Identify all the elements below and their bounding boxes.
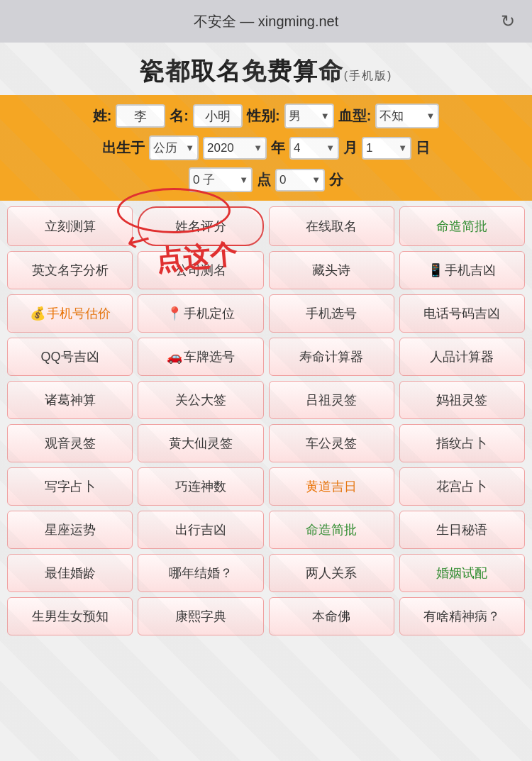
calendar-select[interactable]: 公历 ▼: [149, 135, 199, 160]
btn-phone-price[interactable]: 💰手机号估价: [7, 294, 133, 333]
minute-select[interactable]: 0 ▼: [275, 169, 325, 191]
btn-phone-luck[interactable]: 📱手机吉凶: [399, 251, 525, 289]
month-arrow-icon: ▼: [326, 143, 335, 153]
btn-when-marry[interactable]: 哪年结婚？: [138, 554, 263, 592]
btn-zhugeliang[interactable]: 诸葛神算: [7, 381, 133, 419]
hour-select[interactable]: 0 子 ▼: [189, 167, 253, 192]
day-select[interactable]: 1 ▼: [362, 137, 411, 160]
btn-huangdaxian[interactable]: 黄大仙灵签: [138, 424, 263, 462]
form-row-3: 0 子 ▼ 点 0 ▼ 分: [7, 167, 525, 192]
phone-emoji: 📱: [428, 262, 443, 278]
btn-guan-sign[interactable]: 关公大签: [138, 381, 263, 419]
year-select[interactable]: 2020 ▼: [203, 137, 267, 160]
year-arrow-icon: ▼: [253, 143, 262, 153]
money-emoji: 💰: [30, 306, 45, 321]
btn-travel-luck[interactable]: 出行吉凶: [138, 511, 263, 549]
bloodtype-value: 不知: [379, 108, 404, 124]
gender-arrow-icon: ▼: [321, 111, 330, 121]
btn-fate-simple2[interactable]: 命造简批: [269, 511, 394, 549]
calendar-value: 公历: [153, 140, 177, 156]
btn-english-name[interactable]: 英文名字分析: [7, 251, 133, 289]
btn-qq-luck[interactable]: QQ号吉凶: [7, 338, 133, 376]
btn-name-score[interactable]: 姓名评分: [138, 206, 263, 246]
calendar-arrow-icon: ▼: [185, 143, 194, 153]
btn-phone-luck2[interactable]: 电话号码吉凶: [399, 294, 525, 333]
month-label: 月: [343, 138, 358, 157]
btn-birthday-secret[interactable]: 生日秘语: [399, 511, 525, 549]
browser-title: 不安全 — xingming.net: [194, 12, 339, 31]
gender-select[interactable]: 男 ▼: [284, 104, 334, 128]
form-row-1: 姓: 名: 性别: 男 ▼ 血型: 不知 ▼: [7, 104, 525, 128]
btn-chegong-sign[interactable]: 车公灵签: [269, 424, 394, 462]
name-label: 名:: [170, 106, 189, 126]
site-title: 瓷都取名免费算命(手机版): [0, 43, 532, 95]
btn-virtue-calc[interactable]: 人品计算器: [399, 338, 525, 376]
form-row-2: 出生于 公历 ▼ 2020 ▼ 年 4 ▼ 月 1 ▼ 日: [7, 135, 525, 160]
hour-value: 0 子: [193, 172, 215, 188]
gender-label: 性别:: [247, 106, 280, 126]
btn-plate-select[interactable]: 🚗车牌选号: [138, 338, 263, 376]
btn-two-people[interactable]: 两人关系: [269, 554, 394, 592]
buttons-grid: 立刻测算 姓名评分 在线取名 命造简批 英文名字分析 公司测名 藏头诗 📱手机吉…: [7, 206, 525, 635]
refresh-icon[interactable]: ↻: [501, 11, 515, 31]
btn-best-marriage-age[interactable]: 最佳婚龄: [7, 554, 133, 592]
btn-immediate-calc[interactable]: 立刻测算: [7, 206, 133, 246]
btn-phone-select[interactable]: 手机选号: [269, 294, 394, 333]
btn-fate-simple[interactable]: 命造简批: [399, 206, 525, 246]
gender-value: 男: [289, 108, 301, 124]
minute-arrow-icon: ▼: [311, 174, 321, 185]
hour-dot-label: 点: [257, 170, 271, 189]
surname-input[interactable]: [116, 104, 165, 128]
name-input[interactable]: [193, 104, 243, 128]
btn-mental-illness[interactable]: 有啥精神病？: [399, 597, 525, 635]
btn-online-name[interactable]: 在线取名: [269, 206, 394, 246]
year-value: 2020: [207, 141, 234, 155]
month-value: 4: [294, 141, 300, 155]
bloodtype-label: 血型:: [338, 106, 372, 126]
btn-boy-girl[interactable]: 生男生女预知: [7, 597, 133, 635]
btn-birth-buddha[interactable]: 本命佛: [269, 597, 394, 635]
birthdate-label: 出生于: [102, 138, 145, 157]
minute-label: 分: [329, 170, 343, 189]
btn-fingerprint[interactable]: 指纹占卜: [399, 424, 525, 462]
btn-life-calc[interactable]: 寿命计算器: [269, 338, 394, 376]
btn-lucky-day[interactable]: 黄道吉日: [269, 467, 394, 506]
btn-kangxi-dict[interactable]: 康熙字典: [138, 597, 263, 635]
year-label: 年: [271, 138, 285, 157]
btn-lv-sign[interactable]: 吕祖灵签: [269, 381, 394, 419]
browser-bar: 不安全 — xingming.net ↻: [0, 0, 532, 43]
btn-flower-fortune[interactable]: 花宫占卜: [399, 467, 525, 506]
car-emoji: 🚗: [167, 349, 182, 365]
btn-marriage-match[interactable]: 婚姻试配: [399, 554, 525, 592]
btn-lucky-num[interactable]: 巧连神数: [138, 467, 263, 506]
btn-mazu-sign[interactable]: 妈祖灵签: [399, 381, 525, 419]
day-value: 1: [366, 141, 372, 155]
btn-company-name[interactable]: 公司测名: [138, 251, 263, 289]
day-arrow-icon: ▼: [398, 143, 407, 153]
btn-fortune-poem[interactable]: 藏头诗: [269, 251, 394, 289]
day-label: 日: [416, 138, 430, 157]
bloodtype-arrow-icon: ▼: [426, 111, 435, 121]
btn-constellation[interactable]: 星座运势: [7, 511, 133, 549]
surname-label: 姓:: [93, 106, 112, 126]
buttons-area: 立刻测算 姓名评分 在线取名 命造简批 英文名字分析 公司测名 藏头诗 📱手机吉…: [0, 201, 532, 641]
btn-guanyin-sign[interactable]: 观音灵签: [7, 424, 133, 462]
month-select[interactable]: 4 ▼: [289, 137, 339, 160]
form-area: 姓: 名: 性别: 男 ▼ 血型: 不知 ▼ 出生于 公历 ▼ 2020: [0, 95, 532, 201]
btn-phone-locate[interactable]: 📍手机定位: [138, 294, 263, 333]
minute-value: 0: [279, 173, 286, 187]
hour-arrow-icon: ▼: [239, 174, 248, 185]
btn-write-fortune[interactable]: 写字占卜: [7, 467, 133, 506]
bloodtype-select[interactable]: 不知 ▼: [375, 104, 439, 128]
pin-emoji: 📍: [167, 306, 182, 321]
page-content: 瓷都取名免费算命(手机版) 姓: 名: 性别: 男 ▼ 血型: 不知 ▼ 出生于…: [0, 43, 532, 761]
